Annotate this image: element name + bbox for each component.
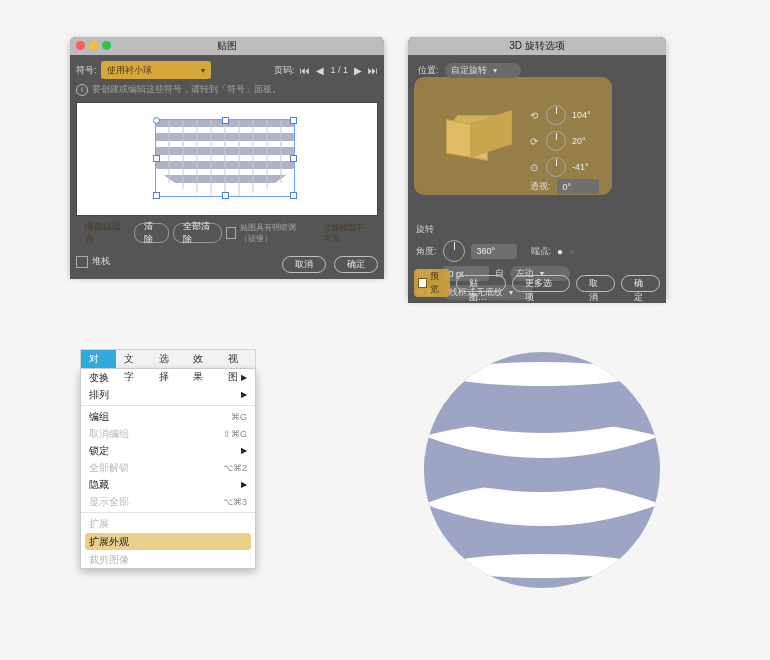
menu-item[interactable]: 编组⌘G [81,408,255,425]
preview-checkbox[interactable]: 预览 [414,269,450,297]
z-angle[interactable]: -41° [572,162,589,172]
menu-item: 扩展 [81,515,255,532]
menu-separator [81,512,255,513]
symbol-hint: i 要创建或编辑这些符号，请转到「符号」面板。 [76,81,378,100]
scale-to-fit-button[interactable]: 缩放以适合 [76,224,130,242]
info-icon: i [76,84,88,96]
symbol-label: 符号: [76,64,97,77]
surface-pager-label: 页码: [274,64,295,77]
perspective-label: 透视: [530,180,551,193]
perspective-input[interactable]: 0° [557,179,599,194]
object-menu: 对象文字选择效果视图 变换排列编组⌘G取消编组⇧⌘G锁定全部解锁⌥⌘2隐藏显示全… [80,349,256,569]
menu-item: 取消编组⇧⌘G [81,425,255,442]
x-dial[interactable] [546,105,566,125]
stack-checkbox[interactable] [76,256,88,268]
cap-label: 端点: [531,245,552,258]
menubar-item[interactable]: 对象 [81,350,116,368]
mapped-artwork[interactable] [155,119,295,197]
menu-item[interactable]: 隐藏 [81,476,255,493]
stack-label: 堆栈 [92,255,110,268]
menu-shortcut: ⌥⌘2 [223,463,247,473]
clear-button[interactable]: 清除 [134,223,169,243]
selection-bounds[interactable] [155,119,295,197]
angle-label: 角度: [416,245,437,258]
revolve-title: 3D 旋转选项 [408,37,666,55]
x-angle[interactable]: 104° [572,110,591,120]
menu-item-label: 隐藏 [89,478,109,492]
menubar-item[interactable]: 效果 [185,350,220,368]
revolve-angle-dial[interactable] [443,240,465,262]
minimize-icon[interactable] [89,41,98,50]
invisible-geometry-button[interactable]: 三维模型不可见 [315,224,378,242]
more-options-button[interactable]: 更多选项 [512,275,570,292]
x-axis-icon: ⟲ [528,110,540,121]
last-surface-icon[interactable]: ⏭ [368,65,378,76]
menubar[interactable]: 对象文字选择效果视图 [80,349,256,368]
map-cancel-button[interactable]: 取消 [282,256,326,273]
menu-item-label: 全部解锁 [89,461,129,475]
rotate-section-label: 旋转 [416,223,658,236]
cap-on-radio[interactable]: ● [557,246,563,257]
menu-item-label: 变换 [89,371,109,385]
z-axis-icon: ⊙ [528,162,540,173]
revolve-ok-button[interactable]: 确定 [621,275,660,292]
rotation-cube[interactable] [430,107,516,185]
menu-item-label: 编组 [89,410,109,424]
position-label: 位置: [418,64,439,77]
menu-item-label: 显示全部 [89,495,129,509]
menu-item-label: 排列 [89,388,109,402]
prev-surface-icon[interactable]: ◀ [316,65,324,76]
map-art-title: 贴图 [70,37,384,55]
first-surface-icon[interactable]: ⏮ [300,65,310,76]
position-dropdown[interactable]: 自定旋转 [445,63,521,78]
menu-separator [81,405,255,406]
svg-point-17 [446,554,638,578]
map-ok-button[interactable]: 确定 [334,256,378,273]
menu-item-label: 裁剪图像 [89,553,129,567]
y-angle[interactable]: 20° [572,136,586,146]
menubar-item[interactable]: 视图 [220,350,255,368]
revolve-options-dialog: 3D 旋转选项 位置: 自定旋转 ⟲ 104° ⟳ [408,37,666,299]
cap-off-radio[interactable]: ○ [569,246,575,257]
title-text: 贴图 [217,40,237,51]
surface-index: 1 / 1 [330,65,348,75]
menu-item[interactable]: 扩展外观 [85,533,251,550]
shade-artwork-checkbox[interactable] [226,227,236,239]
object-menu-dropdown[interactable]: 变换排列编组⌘G取消编组⇧⌘G锁定全部解锁⌥⌘2隐藏显示全部⌥⌘3扩展扩展外观裁… [80,368,256,569]
revolve-cancel-button[interactable]: 取消 [576,275,615,292]
menu-shortcut: ⇧⌘G [223,429,247,439]
z-dial[interactable] [546,157,566,177]
menubar-item[interactable]: 文字 [116,350,151,368]
menu-item-label: 扩展 [89,517,109,531]
menu-shortcut: ⌥⌘3 [223,497,247,507]
menu-item: 裁剪图像 [81,551,255,568]
window-controls[interactable] [76,41,111,50]
rotation-dials: ⟲ 104° ⟳ 20° ⊙ -41° [528,105,591,177]
menu-item: 显示全部⌥⌘3 [81,493,255,510]
close-icon[interactable] [76,41,85,50]
menubar-item[interactable]: 选择 [151,350,186,368]
symbol-dropdown[interactable]: 使用衬小球 [101,61,211,79]
y-dial[interactable] [546,131,566,151]
menu-item-label: 锁定 [89,444,109,458]
menu-shortcut: ⌘G [231,412,247,422]
svg-point-16 [446,362,638,386]
map-art-dialog: 贴图 符号: 使用衬小球 页码: ⏮ ◀ 1 / 1 ▶ ⏭ i 要创建或编辑这… [70,37,384,276]
menu-item: 全部解锁⌥⌘2 [81,459,255,476]
shade-artwork-label: 贴图具有明暗调（较慢） [240,222,311,244]
menu-item-label: 扩展外观 [89,535,129,549]
y-axis-icon: ⟳ [528,136,540,147]
map-art-button[interactable]: 贴图… [456,275,506,292]
result-sphere-artwork [412,340,672,600]
next-surface-icon[interactable]: ▶ [354,65,362,76]
revolve-angle-input[interactable]: 360° [471,244,517,259]
menu-item[interactable]: 排列 [81,386,255,403]
clear-all-button[interactable]: 全部清除 [173,223,222,243]
map-art-canvas[interactable] [76,102,378,216]
menu-item-label: 取消编组 [89,427,129,441]
menu-item[interactable]: 锁定 [81,442,255,459]
zoom-icon[interactable] [102,41,111,50]
